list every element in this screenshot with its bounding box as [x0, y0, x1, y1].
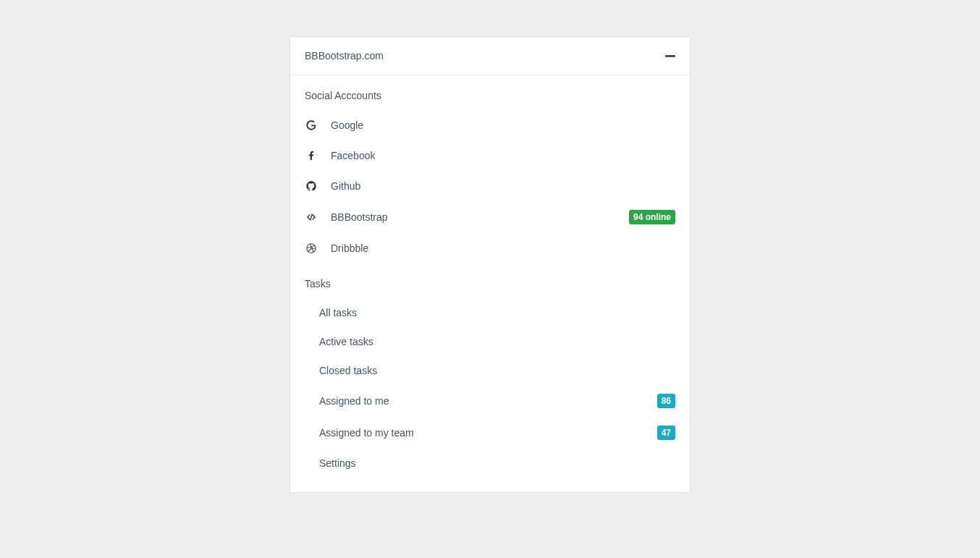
count-badge: 47	[657, 426, 675, 440]
task-item-closed[interactable]: Closed tasks	[305, 356, 675, 385]
tasks-list: All tasks Active tasks Closed tasks Assi…	[305, 298, 675, 478]
task-item-assigned-team[interactable]: Assigned to my team 47	[305, 417, 675, 449]
social-item-label: Facebook	[331, 150, 675, 161]
task-item-active[interactable]: Active tasks	[305, 327, 675, 356]
code-icon	[305, 211, 318, 224]
dribbble-icon	[305, 242, 318, 255]
social-section: Social Acccounts Google Facebook	[290, 75, 690, 278]
task-item-label: All tasks	[319, 307, 675, 318]
task-item-label: Active tasks	[319, 336, 675, 347]
social-item-label: Google	[331, 119, 675, 131]
github-icon	[305, 179, 318, 193]
social-item-dribbble[interactable]: Dribbble	[305, 233, 675, 263]
social-item-github[interactable]: Github	[305, 171, 675, 201]
task-item-label: Closed tasks	[319, 365, 675, 376]
social-item-label: Dribbble	[331, 242, 675, 254]
task-item-settings[interactable]: Settings	[305, 449, 675, 478]
card-title: BBBootstrap.com	[305, 50, 384, 62]
facebook-icon	[305, 149, 318, 162]
google-icon	[305, 119, 318, 132]
social-item-label: Github	[331, 180, 675, 192]
social-item-facebook[interactable]: Facebook	[305, 140, 675, 171]
social-item-google[interactable]: Google	[305, 110, 675, 140]
task-item-label: Settings	[319, 457, 675, 469]
task-item-all[interactable]: All tasks	[305, 298, 675, 327]
social-list: Google Facebook Github	[305, 110, 675, 263]
sidebar-card: BBBootstrap.com Social Acccounts Google …	[290, 36, 690, 493]
social-heading: Social Acccounts	[305, 90, 675, 101]
tasks-heading: Tasks	[305, 278, 675, 289]
task-item-assigned-me[interactable]: Assigned to me 86	[305, 385, 675, 417]
social-item-bbbootstrap[interactable]: BBBootstrap 94 online	[305, 201, 675, 233]
card-header: BBBootstrap.com	[290, 37, 690, 75]
tasks-section: Tasks All tasks Active tasks Closed task…	[290, 278, 690, 492]
social-item-label: BBBootstrap	[331, 211, 629, 223]
task-item-label: Assigned to my team	[319, 427, 657, 439]
online-badge: 94 online	[629, 210, 675, 224]
task-item-label: Assigned to me	[319, 395, 657, 407]
count-badge: 86	[657, 394, 675, 408]
collapse-icon[interactable]	[665, 55, 675, 57]
